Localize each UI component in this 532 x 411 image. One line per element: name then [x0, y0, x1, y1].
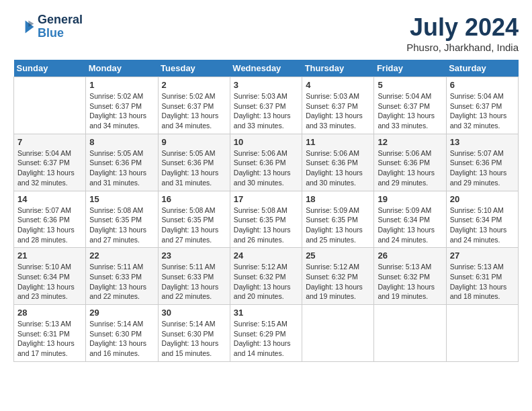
day-info: Sunrise: 5:10 AM Sunset: 6:34 PM Dayligh… [450, 205, 515, 245]
day-info: Sunrise: 5:04 AM Sunset: 6:37 PM Dayligh… [378, 91, 442, 131]
calendar-cell: 26Sunrise: 5:13 AM Sunset: 6:32 PM Dayli… [374, 248, 446, 305]
day-number: 11 [306, 137, 370, 147]
day-number: 28 [17, 308, 82, 318]
calendar-cell: 6Sunrise: 5:04 AM Sunset: 6:37 PM Daylig… [446, 77, 518, 134]
day-info: Sunrise: 5:07 AM Sunset: 6:36 PM Dayligh… [450, 148, 515, 188]
day-number: 8 [89, 137, 154, 147]
col-wednesday: Wednesday [230, 60, 302, 77]
day-info: Sunrise: 5:10 AM Sunset: 6:34 PM Dayligh… [17, 262, 82, 302]
day-number: 18 [306, 194, 370, 204]
day-info: Sunrise: 5:09 AM Sunset: 6:35 PM Dayligh… [306, 205, 370, 245]
day-info: Sunrise: 5:04 AM Sunset: 6:37 PM Dayligh… [450, 91, 515, 131]
calendar-week-row: 7Sunrise: 5:04 AM Sunset: 6:37 PM Daylig… [14, 134, 519, 191]
calendar-cell: 14Sunrise: 5:07 AM Sunset: 6:36 PM Dayli… [14, 191, 86, 248]
calendar-cell: 19Sunrise: 5:09 AM Sunset: 6:34 PM Dayli… [374, 191, 446, 248]
day-number: 3 [234, 80, 298, 90]
day-number: 4 [306, 80, 370, 90]
calendar-cell: 13Sunrise: 5:07 AM Sunset: 6:36 PM Dayli… [446, 134, 518, 191]
day-info: Sunrise: 5:08 AM Sunset: 6:35 PM Dayligh… [162, 205, 226, 245]
day-info: Sunrise: 5:03 AM Sunset: 6:37 PM Dayligh… [306, 91, 370, 131]
col-sunday: Sunday [14, 60, 86, 77]
day-info: Sunrise: 5:12 AM Sunset: 6:32 PM Dayligh… [306, 262, 370, 302]
day-number: 26 [378, 250, 442, 261]
calendar-cell: 2Sunrise: 5:02 AM Sunset: 6:37 PM Daylig… [158, 77, 230, 134]
day-number: 21 [17, 250, 82, 261]
calendar-cell [446, 305, 518, 362]
calendar-week-row: 1Sunrise: 5:02 AM Sunset: 6:37 PM Daylig… [14, 77, 519, 134]
calendar-cell: 28Sunrise: 5:13 AM Sunset: 6:31 PM Dayli… [14, 305, 86, 362]
calendar-cell: 27Sunrise: 5:13 AM Sunset: 6:31 PM Dayli… [446, 248, 518, 305]
day-info: Sunrise: 5:09 AM Sunset: 6:34 PM Dayligh… [378, 205, 442, 245]
calendar-cell: 29Sunrise: 5:14 AM Sunset: 6:30 PM Dayli… [86, 305, 158, 362]
calendar-cell: 15Sunrise: 5:08 AM Sunset: 6:35 PM Dayli… [86, 191, 158, 248]
day-info: Sunrise: 5:14 AM Sunset: 6:30 PM Dayligh… [89, 319, 154, 359]
logo: General Blue [13, 13, 83, 40]
day-info: Sunrise: 5:13 AM Sunset: 6:31 PM Dayligh… [17, 319, 82, 359]
day-number: 29 [89, 308, 154, 318]
day-number: 15 [89, 194, 154, 204]
day-number: 1 [89, 80, 154, 90]
day-info: Sunrise: 5:11 AM Sunset: 6:33 PM Dayligh… [89, 262, 154, 302]
title-block: July 2024 Phusro, Jharkhand, India [406, 13, 519, 53]
col-monday: Monday [86, 60, 158, 77]
day-info: Sunrise: 5:15 AM Sunset: 6:29 PM Dayligh… [234, 319, 298, 359]
logo-text: General Blue [38, 13, 83, 40]
day-number: 27 [450, 250, 515, 261]
day-info: Sunrise: 5:07 AM Sunset: 6:36 PM Dayligh… [17, 205, 82, 245]
calendar-cell: 5Sunrise: 5:04 AM Sunset: 6:37 PM Daylig… [374, 77, 446, 134]
day-info: Sunrise: 5:06 AM Sunset: 6:36 PM Dayligh… [378, 148, 442, 188]
day-info: Sunrise: 5:13 AM Sunset: 6:32 PM Dayligh… [378, 262, 442, 302]
calendar-cell: 22Sunrise: 5:11 AM Sunset: 6:33 PM Dayli… [86, 248, 158, 305]
day-number: 22 [89, 250, 154, 261]
col-tuesday: Tuesday [158, 60, 230, 77]
calendar-cell: 8Sunrise: 5:05 AM Sunset: 6:36 PM Daylig… [86, 134, 158, 191]
day-info: Sunrise: 5:08 AM Sunset: 6:35 PM Dayligh… [234, 205, 298, 245]
day-number: 19 [378, 194, 442, 204]
calendar-cell: 23Sunrise: 5:11 AM Sunset: 6:33 PM Dayli… [158, 248, 230, 305]
calendar-cell: 20Sunrise: 5:10 AM Sunset: 6:34 PM Dayli… [446, 191, 518, 248]
day-number: 23 [162, 250, 226, 261]
calendar-cell: 30Sunrise: 5:14 AM Sunset: 6:30 PM Dayli… [158, 305, 230, 362]
col-friday: Friday [374, 60, 446, 77]
day-number: 20 [450, 194, 515, 204]
col-thursday: Thursday [302, 60, 374, 77]
calendar-week-row: 14Sunrise: 5:07 AM Sunset: 6:36 PM Dayli… [14, 191, 519, 248]
calendar-cell: 1Sunrise: 5:02 AM Sunset: 6:37 PM Daylig… [86, 77, 158, 134]
day-number: 9 [162, 137, 226, 147]
calendar-cell [14, 77, 86, 134]
calendar-cell: 12Sunrise: 5:06 AM Sunset: 6:36 PM Dayli… [374, 134, 446, 191]
day-number: 30 [162, 308, 226, 318]
calendar-cell: 7Sunrise: 5:04 AM Sunset: 6:37 PM Daylig… [14, 134, 86, 191]
day-info: Sunrise: 5:05 AM Sunset: 6:36 PM Dayligh… [162, 148, 226, 188]
day-number: 16 [162, 194, 226, 204]
calendar-week-row: 21Sunrise: 5:10 AM Sunset: 6:34 PM Dayli… [14, 248, 519, 305]
calendar-header-row: Sunday Monday Tuesday Wednesday Thursday… [14, 60, 519, 77]
day-number: 31 [234, 308, 298, 318]
calendar-cell [302, 305, 374, 362]
day-number: 24 [234, 250, 298, 261]
day-info: Sunrise: 5:08 AM Sunset: 6:35 PM Dayligh… [89, 205, 154, 245]
calendar-week-row: 28Sunrise: 5:13 AM Sunset: 6:31 PM Dayli… [14, 305, 519, 362]
calendar-cell: 16Sunrise: 5:08 AM Sunset: 6:35 PM Dayli… [158, 191, 230, 248]
day-number: 14 [17, 194, 82, 204]
day-info: Sunrise: 5:05 AM Sunset: 6:36 PM Dayligh… [89, 148, 154, 188]
calendar-cell [374, 305, 446, 362]
day-number: 6 [450, 80, 515, 90]
month-year-title: July 2024 [406, 13, 519, 42]
day-info: Sunrise: 5:13 AM Sunset: 6:31 PM Dayligh… [450, 262, 515, 302]
day-info: Sunrise: 5:04 AM Sunset: 6:37 PM Dayligh… [17, 148, 82, 188]
day-info: Sunrise: 5:12 AM Sunset: 6:32 PM Dayligh… [234, 262, 298, 302]
calendar-cell: 9Sunrise: 5:05 AM Sunset: 6:36 PM Daylig… [158, 134, 230, 191]
calendar-table: Sunday Monday Tuesday Wednesday Thursday… [13, 60, 519, 362]
location-subtitle: Phusro, Jharkhand, India [406, 42, 519, 53]
calendar-cell: 11Sunrise: 5:06 AM Sunset: 6:36 PM Dayli… [302, 134, 374, 191]
day-number: 2 [162, 80, 226, 90]
day-info: Sunrise: 5:11 AM Sunset: 6:33 PM Dayligh… [162, 262, 226, 302]
day-info: Sunrise: 5:03 AM Sunset: 6:37 PM Dayligh… [234, 91, 298, 131]
calendar-cell: 4Sunrise: 5:03 AM Sunset: 6:37 PM Daylig… [302, 77, 374, 134]
day-number: 25 [306, 250, 370, 261]
day-info: Sunrise: 5:06 AM Sunset: 6:36 PM Dayligh… [234, 148, 298, 188]
day-info: Sunrise: 5:06 AM Sunset: 6:36 PM Dayligh… [306, 148, 370, 188]
page-header: General Blue July 2024 Phusro, Jharkhand… [13, 13, 519, 53]
calendar-cell: 31Sunrise: 5:15 AM Sunset: 6:29 PM Dayli… [230, 305, 302, 362]
